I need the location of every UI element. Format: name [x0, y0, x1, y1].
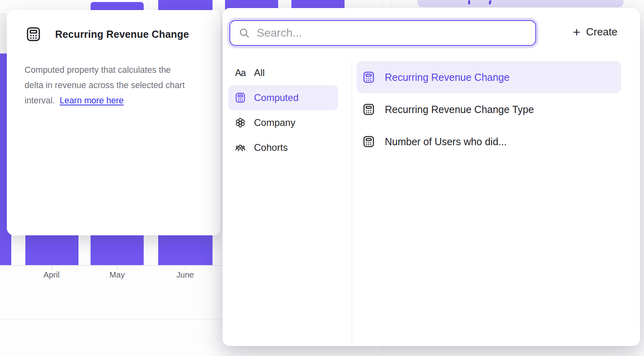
learn-more-link[interactable]: Learn more here [60, 96, 124, 105]
category-label: Cohorts [254, 142, 288, 153]
search-icon [238, 27, 250, 39]
company-flower-icon [235, 117, 246, 128]
description-line: interval. [25, 96, 55, 105]
tooltip-description: Computed property that calculates the de… [7, 42, 221, 108]
result-item-recurring-revenue-change-type[interactable]: Recurring Revenue Change Type [357, 93, 621, 126]
aa-text-icon: Aa [235, 67, 246, 78]
calculator-icon [362, 103, 375, 116]
result-item-number-of-users[interactable]: Number of Users who did... [357, 126, 621, 158]
axis-tick [52, 266, 52, 269]
plus-icon: + [573, 27, 580, 37]
category-item-all[interactable]: Aa All [228, 60, 338, 85]
category-item-company[interactable]: Company [228, 110, 338, 135]
category-list: Aa All Computed [228, 60, 338, 160]
axis-tick [185, 266, 186, 269]
category-label: Computed [254, 92, 299, 103]
calculator-icon [235, 92, 246, 103]
partial-selected-control[interactable] [417, 0, 623, 7]
create-button[interactable]: + Create [573, 26, 617, 38]
result-label: Recurring Revenue Change Type [385, 104, 534, 115]
tooltip-title: Recurring Revenue Change [55, 29, 189, 40]
search-field[interactable] [229, 20, 536, 46]
category-item-computed[interactable]: Computed [228, 85, 338, 110]
cohorts-people-icon [235, 142, 246, 153]
x-axis-label-june: June [161, 270, 209, 280]
results-list: Recurring Revenue Change Recurring Reven… [357, 61, 621, 158]
result-item-recurring-revenue-change[interactable]: Recurring Revenue Change [357, 61, 621, 93]
column-divider [352, 60, 352, 346]
result-label: Recurring Revenue Change [385, 72, 510, 83]
calculator-icon [362, 135, 375, 148]
clipped-text-fragment [468, 0, 470, 4]
property-picker-popup: + Create Aa All [223, 8, 640, 346]
x-axis-label-april: April [27, 270, 76, 280]
category-label: Company [254, 117, 295, 128]
result-label: Number of Users who did... [385, 136, 507, 148]
calculator-icon [362, 71, 375, 84]
description-line: Computed property that calculates the [25, 65, 171, 75]
clipped-text-fragment [489, 0, 491, 5]
category-item-cohorts[interactable]: Cohorts [228, 135, 338, 160]
category-label: All [254, 67, 265, 78]
search-input[interactable] [257, 27, 527, 39]
property-tooltip-card: Recurring Revenue Change Computed proper… [7, 10, 221, 235]
description-line: delta in revenue across the selected cha… [25, 80, 185, 90]
create-button-label: Create [586, 26, 617, 38]
x-axis-label-may: May [93, 270, 141, 280]
axis-tick [117, 266, 118, 269]
screen: April May June Recurring Revenue Change [0, 0, 644, 356]
calculator-icon [25, 26, 41, 42]
